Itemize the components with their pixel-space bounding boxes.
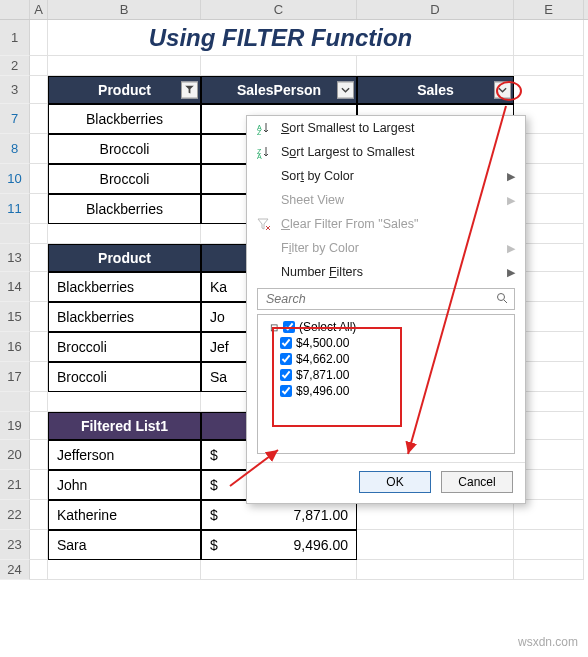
list-item[interactable]: $9,496.00 <box>264 383 508 399</box>
list-item[interactable]: $4,500.00 <box>264 335 508 351</box>
header-product[interactable]: Product <box>48 76 201 104</box>
row-header[interactable]: 19 <box>0 412 30 440</box>
row-header[interactable]: 10 <box>0 164 30 194</box>
filter-button-product[interactable] <box>181 82 198 99</box>
table-cell[interactable]: Broccoli <box>48 134 201 164</box>
table-cell[interactable]: Blackberries <box>48 302 201 332</box>
row-header[interactable]: 21 <box>0 470 30 500</box>
filter-icon <box>185 86 194 95</box>
chevron-right-icon: ▶ <box>507 194 515 207</box>
row-header[interactable]: 3 <box>0 76 30 104</box>
list-item[interactable]: ⊟(Select All) <box>264 319 508 335</box>
row-header[interactable]: 1 <box>0 20 30 56</box>
svg-text:A: A <box>257 153 262 159</box>
table-cell[interactable]: Sara <box>48 530 201 560</box>
clear-filter-icon <box>255 217 273 231</box>
table-cell[interactable]: Broccoli <box>48 332 201 362</box>
table-cell[interactable]: Blackberries <box>48 272 201 302</box>
search-icon <box>496 292 508 307</box>
table-cell[interactable]: John <box>48 470 201 500</box>
header-label: Product <box>98 82 151 98</box>
filter-search[interactable] <box>257 288 515 310</box>
sheet-view: Sheet View ▶ <box>247 188 525 212</box>
row-header[interactable]: 16 <box>0 332 30 362</box>
list-item[interactable]: $4,662.00 <box>264 351 508 367</box>
filter-button-salesperson[interactable] <box>337 82 354 99</box>
filter-button-sales[interactable] <box>494 82 511 99</box>
clear-filter: Clear Filter From "Sales" <box>247 212 525 236</box>
row-header[interactable]: 24 <box>0 560 30 580</box>
table-cell[interactable]: Jefferson <box>48 440 201 470</box>
row-header[interactable]: 2 <box>0 56 30 76</box>
row-header[interactable]: 22 <box>0 500 30 530</box>
sort-ascending[interactable]: AZ Sort Smallest to Largest <box>247 116 525 140</box>
col-E[interactable]: E <box>514 0 584 19</box>
row-header[interactable] <box>0 224 30 244</box>
filter-menu: AZ Sort Smallest to Largest ZA Sort Larg… <box>246 115 526 504</box>
menu-buttons: OK Cancel <box>247 462 525 503</box>
tree-dash-icon: ⊟ <box>268 322 279 333</box>
number-filters[interactable]: Number Filters ▶ <box>247 260 525 284</box>
table-cell[interactable]: Katherine <box>48 500 201 530</box>
checkbox[interactable] <box>280 337 292 349</box>
chevron-right-icon: ▶ <box>507 170 515 183</box>
col-C[interactable]: C <box>201 0 357 19</box>
svg-text:Z: Z <box>257 129 262 135</box>
checkbox[interactable] <box>280 353 292 365</box>
row-header[interactable]: 17 <box>0 362 30 392</box>
row-header[interactable]: 23 <box>0 530 30 560</box>
table-cell[interactable]: Blackberries <box>48 104 201 134</box>
table-cell[interactable]: Blackberries <box>48 194 201 224</box>
row-header[interactable]: 11 <box>0 194 30 224</box>
page-title: Using FILTER Function <box>48 20 514 56</box>
watermark: wsxdn.com <box>518 635 578 649</box>
ok-button[interactable]: OK <box>359 471 431 493</box>
checkbox[interactable] <box>280 369 292 381</box>
header-filtered-list[interactable]: Filtered List1 <box>48 412 201 440</box>
table-cell[interactable]: Broccoli <box>48 362 201 392</box>
header-product-2[interactable]: Product <box>48 244 201 272</box>
search-input[interactable] <box>264 291 496 307</box>
row-header[interactable]: 13 <box>0 244 30 272</box>
sort-by-color[interactable]: Sort by Color ▶ <box>247 164 525 188</box>
chevron-right-icon: ▶ <box>507 266 515 279</box>
sort-desc-icon: ZA <box>255 145 273 159</box>
cancel-button[interactable]: Cancel <box>441 471 513 493</box>
chevron-down-icon <box>498 86 507 95</box>
row-header[interactable]: 20 <box>0 440 30 470</box>
table-cell[interactable]: Broccoli <box>48 164 201 194</box>
col-B[interactable]: B <box>48 0 201 19</box>
row-header[interactable]: 15 <box>0 302 30 332</box>
list-item[interactable]: $7,871.00 <box>264 367 508 383</box>
row-header[interactable]: 8 <box>0 134 30 164</box>
header-label: SalesPerson <box>237 82 321 98</box>
table-cell[interactable]: $7,871.00 <box>201 500 357 530</box>
chevron-right-icon: ▶ <box>507 242 515 255</box>
table-cell[interactable]: $9,496.00 <box>201 530 357 560</box>
col-A[interactable]: A <box>30 0 48 19</box>
chevron-down-icon <box>341 86 350 95</box>
svg-point-4 <box>498 293 505 300</box>
col-D[interactable]: D <box>357 0 514 19</box>
sort-descending[interactable]: ZA Sort Largest to Smallest <box>247 140 525 164</box>
row-header[interactable]: 14 <box>0 272 30 302</box>
checkbox[interactable] <box>280 385 292 397</box>
select-all-corner[interactable] <box>0 0 30 19</box>
row-header[interactable] <box>0 392 30 412</box>
checkbox-select-all[interactable] <box>283 321 295 333</box>
header-label: Sales <box>417 82 454 98</box>
header-salesperson[interactable]: SalesPerson <box>201 76 357 104</box>
row-header[interactable]: 7 <box>0 104 30 134</box>
filter-values-list[interactable]: ⊟(Select All) $4,500.00 $4,662.00 $7,871… <box>257 314 515 454</box>
header-sales[interactable]: Sales <box>357 76 514 104</box>
filter-by-color: Filter by Color ▶ <box>247 236 525 260</box>
sort-asc-icon: AZ <box>255 121 273 135</box>
column-headers: A B C D E <box>0 0 588 20</box>
